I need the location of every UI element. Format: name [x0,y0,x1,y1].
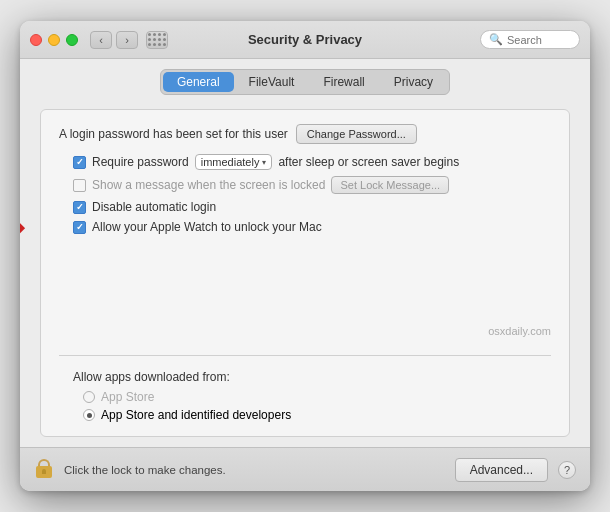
after-sleep-label: after sleep or screen saver begins [278,155,459,169]
lock-label: Click the lock to make changes. [64,464,445,476]
divider [59,355,551,356]
app-store-dev-label: App Store and identified developers [101,408,291,422]
content-area: General FileVault Firewall Privacy A log… [20,59,590,447]
disable-autologin-checkbox[interactable]: ✓ [73,201,86,214]
tabs-container: General FileVault Firewall Privacy [40,69,570,95]
immediately-value: immediately [201,156,260,168]
app-store-row: App Store [83,390,551,404]
disable-autologin-label: Disable automatic login [92,200,216,214]
main-panel: A login password has been set for this u… [40,109,570,437]
watermark: osxdaily.com [59,244,551,341]
advanced-button[interactable]: Advanced... [455,458,548,482]
tab-filevault[interactable]: FileVault [235,72,309,92]
main-window: ‹ › Security & Privacy 🔍 General FileVau… [20,21,590,491]
tab-general[interactable]: General [163,72,234,92]
radio-group: App Store App Store and identified devel… [73,390,551,422]
nav-buttons: ‹ › [90,31,168,49]
show-message-row: Show a message when the screen is locked… [73,176,551,194]
require-password-label: Require password [92,155,189,169]
require-password-row: ✓ Require password immediately ▾ after s… [73,154,551,170]
show-message-label: Show a message when the screen is locked [92,178,325,192]
app-store-dev-radio[interactable] [83,409,95,421]
red-arrow-icon: ➔ [20,211,26,244]
change-password-button[interactable]: Change Password... [296,124,417,144]
app-store-label: App Store [101,390,154,404]
login-row: A login password has been set for this u… [59,124,551,144]
minimize-button[interactable] [48,34,60,46]
tab-group: General FileVault Firewall Privacy [160,69,450,95]
show-message-checkbox[interactable] [73,179,86,192]
app-store-dev-row: App Store and identified developers [83,408,551,422]
app-store-radio[interactable] [83,391,95,403]
maximize-button[interactable] [66,34,78,46]
set-lock-message-button[interactable]: Set Lock Message... [331,176,449,194]
close-button[interactable] [30,34,42,46]
window-title: Security & Privacy [248,32,362,47]
select-arrow-icon: ▾ [262,158,266,167]
immediately-select[interactable]: immediately ▾ [195,154,273,170]
search-icon: 🔍 [489,33,503,46]
disable-autologin-row: ✓ Disable automatic login [73,200,551,214]
tab-firewall[interactable]: Firewall [309,72,378,92]
grid-button[interactable] [146,31,168,49]
login-password-text: A login password has been set for this u… [59,127,288,141]
forward-button[interactable]: › [116,31,138,49]
apple-watch-label: Allow your Apple Watch to unlock your Ma… [92,220,322,234]
options-section: ✓ Require password immediately ▾ after s… [59,154,551,234]
apple-watch-checkbox[interactable]: ✓ [73,221,86,234]
allow-apps-label: Allow apps downloaded from: [73,370,551,384]
tab-privacy[interactable]: Privacy [380,72,447,92]
traffic-lights [30,34,78,46]
allow-apps-section: Allow apps downloaded from: App Store Ap… [59,370,551,422]
titlebar: ‹ › Security & Privacy 🔍 [20,21,590,59]
radio-dot [87,413,92,418]
require-password-checkbox[interactable]: ✓ [73,156,86,169]
help-button[interactable]: ? [558,461,576,479]
search-box[interactable]: 🔍 [480,30,580,49]
apple-watch-row: ➔ ✓ Allow your Apple Watch to unlock you… [73,220,551,234]
bottom-bar: Click the lock to make changes. Advanced… [20,447,590,491]
back-button[interactable]: ‹ [90,31,112,49]
search-input[interactable] [507,34,577,46]
lock-icon[interactable] [34,459,54,481]
